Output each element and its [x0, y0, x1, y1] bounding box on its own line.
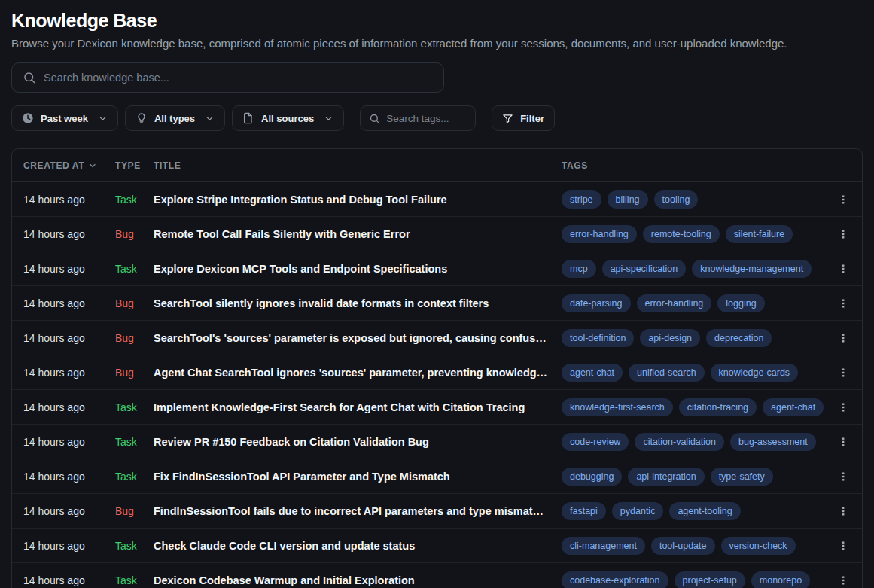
tag-pill[interactable]: knowledge-cards	[711, 364, 799, 382]
page-subtitle: Browse your Dexicon knowledge base, comp…	[11, 36, 863, 51]
tag-pill[interactable]: date-parsing	[562, 294, 631, 313]
tag-pill[interactable]: api-design	[640, 329, 700, 348]
tag-pill[interactable]: tool-update	[651, 537, 715, 556]
tag-pill[interactable]: tool-definition	[562, 329, 634, 348]
row-title[interactable]: SearchTool's 'sources' parameter is expo…	[154, 332, 562, 344]
table-row[interactable]: 14 hours ago Task Review PR #150 Feedbac…	[12, 425, 862, 459]
tag-pill[interactable]: knowledge-first-search	[562, 398, 673, 417]
knowledge-base-search[interactable]	[11, 62, 444, 93]
tag-pill[interactable]: agent-tooling	[669, 502, 740, 521]
filter-button[interactable]: Filter	[492, 105, 555, 131]
tag-pill[interactable]: logging	[717, 294, 764, 313]
tag-pill[interactable]: bug-assessment	[730, 433, 816, 452]
type-dropdown[interactable]: All types	[125, 105, 225, 131]
row-actions-kebab-icon[interactable]	[833, 571, 853, 588]
row-type: Bug	[115, 297, 154, 309]
row-actions-kebab-icon[interactable]	[833, 398, 853, 417]
tag-pill[interactable]: knowledge-management	[692, 260, 812, 279]
table-row[interactable]: 14 hours ago Task Explore Stripe Integra…	[12, 182, 862, 217]
tag-pill[interactable]: stripe	[562, 190, 601, 209]
table-row[interactable]: 14 hours ago Bug SearchTool's 'sources' …	[12, 321, 862, 355]
table-row[interactable]: 14 hours ago Task Explore Dexicon MCP To…	[12, 251, 862, 286]
time-range-label: Past week	[41, 113, 88, 124]
tag-pill[interactable]: code-review	[562, 433, 629, 452]
row-actions-kebab-icon[interactable]	[833, 294, 853, 313]
row-title[interactable]: Agent Chat SearchTool ignores 'sources' …	[154, 367, 562, 379]
tag-search[interactable]	[360, 105, 476, 131]
row-type: Task	[115, 436, 154, 448]
column-header-title[interactable]: Title	[154, 160, 562, 171]
row-type: Bug	[115, 367, 154, 379]
tag-pill[interactable]: debugging	[562, 468, 622, 486]
row-created-at: 14 hours ago	[23, 574, 115, 586]
row-title[interactable]: Remote Tool Call Fails Silently with Gen…	[154, 228, 562, 240]
row-title[interactable]: Check Claude Code CLI version and update…	[154, 540, 562, 552]
tag-pill[interactable]: tooling	[654, 190, 699, 209]
tag-pill[interactable]: fastapi	[562, 502, 606, 521]
tag-pill[interactable]: agent-chat	[562, 364, 623, 382]
row-created-at: 14 hours ago	[23, 436, 115, 448]
row-actions-kebab-icon[interactable]	[833, 190, 853, 209]
search-input[interactable]	[44, 72, 433, 84]
row-title[interactable]: Fix FindInSessionTool API Parameter and …	[154, 471, 562, 483]
row-title[interactable]: FindInSessionTool fails due to incorrect…	[154, 505, 562, 517]
tag-pill[interactable]: api-specification	[602, 260, 687, 279]
tag-pill[interactable]: pydantic	[612, 502, 664, 521]
table-row[interactable]: 14 hours ago Bug Agent Chat SearchTool i…	[12, 355, 862, 390]
row-type: Bug	[115, 332, 154, 344]
chevron-down-icon	[324, 114, 333, 123]
tag-pill[interactable]: unified-search	[629, 364, 705, 382]
tag-search-input[interactable]	[386, 113, 467, 124]
tag-pill[interactable]: mcp	[562, 260, 596, 279]
tag-pill[interactable]: error-handling	[562, 225, 637, 244]
tag-pill[interactable]: remote-tooling	[643, 225, 720, 244]
table-row[interactable]: 14 hours ago Bug FindInSessionTool fails…	[12, 494, 862, 529]
sources-dropdown[interactable]: All sources	[232, 105, 344, 131]
row-actions-kebab-icon[interactable]	[833, 224, 853, 244]
tag-pill[interactable]: agent-chat	[763, 398, 824, 417]
tag-pill[interactable]: silent-failure	[726, 225, 793, 244]
column-header-tags[interactable]: Tags	[562, 160, 826, 171]
table-row[interactable]: 14 hours ago Bug Remote Tool Call Fails …	[12, 217, 862, 251]
column-header-type[interactable]: Type	[115, 160, 154, 171]
table-row[interactable]: 14 hours ago Task Check Claude Code CLI …	[12, 529, 862, 563]
clock-icon	[22, 112, 34, 124]
row-actions-kebab-icon[interactable]	[833, 363, 853, 382]
tag-pill[interactable]: deprecation	[706, 329, 772, 348]
row-title[interactable]: Explore Dexicon MCP Tools and Endpoint S…	[154, 263, 562, 275]
row-actions-kebab-icon[interactable]	[833, 328, 853, 348]
table-row[interactable]: 14 hours ago Task Dexicon Codebase Warmu…	[12, 563, 862, 588]
tag-pill[interactable]: codebase-exploration	[562, 571, 668, 588]
column-header-created-at[interactable]: Created at	[23, 160, 115, 171]
tag-pill[interactable]: citation-validation	[635, 433, 724, 452]
row-tags: code-reviewcitation-validationbug-assess…	[562, 433, 826, 452]
row-actions-kebab-icon[interactable]	[833, 536, 853, 556]
row-actions-kebab-icon[interactable]	[833, 501, 853, 521]
row-title[interactable]: Implement Knowledge-First Search for Age…	[154, 401, 562, 413]
row-tags: agent-chatunified-searchknowledge-cards	[562, 364, 826, 382]
row-title[interactable]: Dexicon Codebase Warmup and Initial Expl…	[154, 574, 562, 586]
chevron-down-icon	[205, 114, 215, 123]
row-title[interactable]: SearchTool silently ignores invalid date…	[154, 297, 562, 309]
tag-pill[interactable]: api-integration	[628, 468, 704, 486]
table-body: 14 hours ago Task Explore Stripe Integra…	[12, 182, 862, 588]
tag-pill[interactable]: project-setup	[675, 571, 745, 588]
knowledge-base-page: Knowledge Base Browse your Dexicon knowl…	[0, 0, 874, 588]
row-title[interactable]: Explore Stripe Integration Status and De…	[154, 193, 562, 206]
row-actions-kebab-icon[interactable]	[833, 432, 853, 452]
row-title[interactable]: Review PR #150 Feedback on Citation Vali…	[154, 436, 562, 448]
row-tags: codebase-explorationproject-setupmonorep…	[562, 571, 826, 588]
tag-pill[interactable]: billing	[608, 190, 648, 209]
row-actions-kebab-icon[interactable]	[833, 467, 853, 486]
table-row[interactable]: 14 hours ago Bug SearchTool silently ign…	[12, 286, 862, 321]
tag-pill[interactable]: citation-tracing	[679, 398, 757, 417]
tag-pill[interactable]: version-check	[721, 537, 796, 556]
tag-pill[interactable]: type-safety	[711, 468, 773, 486]
tag-pill[interactable]: cli-management	[562, 537, 645, 556]
tag-pill[interactable]: error-handling	[637, 294, 712, 313]
time-range-dropdown[interactable]: Past week	[11, 105, 118, 131]
tag-pill[interactable]: monorepo	[751, 571, 810, 588]
row-actions-kebab-icon[interactable]	[833, 259, 853, 279]
table-row[interactable]: 14 hours ago Task Implement Knowledge-Fi…	[12, 390, 862, 425]
table-row[interactable]: 14 hours ago Task Fix FindInSessionTool …	[12, 459, 862, 494]
